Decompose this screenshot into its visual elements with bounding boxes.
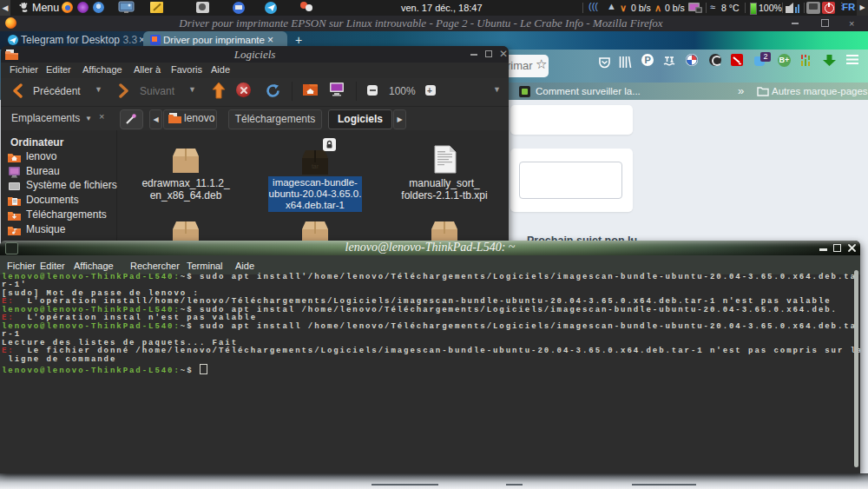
svg-text:tar: tar bbox=[312, 163, 319, 169]
